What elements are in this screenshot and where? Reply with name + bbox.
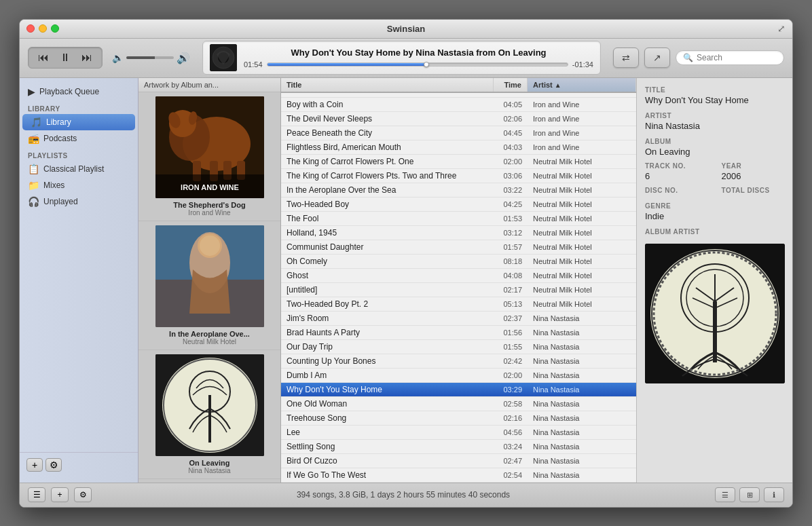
- add-button[interactable]: +: [51, 487, 69, 502]
- sidebar-item-mixes[interactable]: 📁 Mixes: [20, 177, 138, 193]
- album-item-shepherds-dog[interactable]: IRON AND WINE The Shepherd's Dog Iron an…: [139, 92, 280, 221]
- track-row[interactable]: Counting Up Your Bones02:42Nina Nastasia: [281, 354, 636, 369]
- sidebar-item-library[interactable]: 🎵 Library: [22, 114, 135, 130]
- track-row[interactable]: Brad Haunts A Party01:56Nina Nastasia: [281, 326, 636, 340]
- track-row[interactable]: [untitled]02:17Neutral Milk Hotel: [281, 283, 636, 297]
- track-artist: Iron and Wine: [528, 142, 636, 153]
- track-row[interactable]: The King of Carrot Flowers Pt. One02:00N…: [281, 155, 636, 169]
- track-time: 04:05: [494, 99, 528, 110]
- col-header-time[interactable]: Time: [494, 78, 528, 92]
- album-title-shepherds-dog: The Shepherd's Dog: [144, 201, 275, 209]
- info-button[interactable]: ℹ: [764, 487, 784, 502]
- track-row[interactable]: Ghost04:08Neutral Milk Hotel: [281, 269, 636, 283]
- sidebar-item-playback-queue[interactable]: ▶ Playback Queue: [20, 83, 138, 100]
- sidebar-item-playback-queue-label: Playback Queue: [39, 87, 99, 96]
- track-row[interactable]: Settling Song03:24Nina Nastasia: [281, 440, 636, 454]
- album-list: Artwork by Album an...: [139, 78, 281, 483]
- track-row[interactable]: Boy with a Coin04:05Iron and Wine: [281, 98, 636, 112]
- svg-text:IRON AND WINE: IRON AND WINE: [181, 183, 239, 191]
- track-row[interactable]: Lee04:56Nina Nastasia: [281, 426, 636, 440]
- track-name: Bird Of Cuzco: [281, 455, 494, 467]
- track-row[interactable]: One Old Woman02:58Nina Nastasia: [281, 397, 636, 411]
- track-row[interactable]: If We Go To The West02:54Nina Nastasia: [281, 468, 636, 483]
- shuffle-button[interactable]: ⇄: [613, 48, 639, 68]
- track-row[interactable]: Bird Of Cuzco02:47Nina Nastasia: [281, 454, 636, 468]
- list-view-button[interactable]: ☰: [715, 487, 735, 502]
- track-row[interactable]: Dumb I Am02:00Nina Nastasia: [281, 369, 636, 383]
- track-name: Brad Haunts A Party: [281, 326, 494, 339]
- album-item-on-leaving[interactable]: On Leaving Nina Nastasia: [139, 350, 280, 479]
- track-name: Counting Up Your Bones: [281, 355, 494, 367]
- album-item-aeroplane[interactable]: In the Aeroplane Ove... Neutral Milk Hot…: [139, 221, 280, 350]
- detail-genre-value: Indie: [645, 211, 784, 221]
- add-playlist-button[interactable]: +: [26, 458, 43, 472]
- track-time: 02:47: [494, 455, 528, 466]
- minimize-button[interactable]: [39, 24, 47, 33]
- track-row[interactable]: Peace Beneath the City04:45Iron and Wine: [281, 126, 636, 140]
- track-artist: Nina Nastasia: [528, 441, 636, 452]
- track-row[interactable]: The King of Carrot Flowers Pts. Two and …: [281, 169, 636, 183]
- track-name: Oh Comely: [281, 255, 494, 267]
- album-title-on-leaving: On Leaving: [144, 459, 275, 467]
- statusbar-text: 394 songs, 3.8 GiB, 1 days 2 hours 55 mi…: [92, 490, 715, 500]
- album-artist-shepherds-dog: Iron and Wine: [144, 209, 275, 217]
- track-row[interactable]: Communist Daughter01:57Neutral Milk Hote…: [281, 240, 636, 255]
- album-artist-on-leaving: Nina Nastasia: [144, 467, 275, 474]
- detail-track-no-value: 6: [645, 171, 708, 181]
- track-row[interactable]: Holland, 194503:12Neutral Milk Hotel: [281, 226, 636, 240]
- track-row[interactable]: Flightless Bird, American Mouth04:03Iron…: [281, 140, 636, 155]
- sidebar-item-classical-playlist[interactable]: 📋 Classical Playlist: [20, 161, 138, 177]
- col-header-title[interactable]: Title: [281, 78, 494, 92]
- sidebar-item-podcasts[interactable]: 📻 Podcasts: [20, 130, 138, 147]
- track-row[interactable]: In the Aeroplane Over the Sea03:22Neutra…: [281, 183, 636, 198]
- traffic-lights: [26, 24, 59, 33]
- track-artist: Nina Nastasia: [528, 313, 636, 324]
- track-row[interactable]: Treehouse Song02:16Nina Nastasia: [281, 411, 636, 426]
- playlist-options-button[interactable]: ⚙: [45, 458, 62, 472]
- time-elapsed: 01:54: [244, 60, 263, 69]
- track-time: 02:00: [494, 370, 528, 381]
- detail-track-no-label: Track No.: [645, 162, 708, 170]
- settings-button[interactable]: ⚙: [74, 487, 92, 502]
- track-row[interactable]: Why Don't You Stay Home03:29Nina Nastasi…: [281, 383, 636, 397]
- expand-icon[interactable]: ⤢: [777, 23, 786, 34]
- grid-view-button[interactable]: ⊞: [739, 487, 760, 502]
- album-artist-aeroplane: Neutral Milk Hotel: [144, 338, 275, 345]
- close-button[interactable]: [26, 24, 35, 33]
- track-artist: Neutral Milk Hotel: [528, 256, 636, 267]
- track-row[interactable]: The Fool01:53Neutral Milk Hotel: [281, 212, 636, 226]
- progress-bar-area: 01:54 -01:34: [244, 60, 593, 69]
- detail-total-discs-label: Total Discs: [722, 187, 785, 194]
- play-pause-button[interactable]: ⏸: [56, 50, 75, 65]
- track-time: 03:22: [494, 185, 528, 195]
- col-header-artist[interactable]: Artist ▲: [528, 78, 636, 92]
- track-artist: Nina Nastasia: [528, 370, 636, 381]
- track-name: Boy with a Coin: [281, 98, 494, 111]
- track-row[interactable]: Jim's Room02:37Nina Nastasia: [281, 312, 636, 326]
- forward-button[interactable]: ⏭: [77, 50, 96, 65]
- sidebar-item-unplayed[interactable]: 🎧 Unplayed: [20, 193, 138, 210]
- track-row[interactable]: Two-Headed Boy Pt. 205:13Neutral Milk Ho…: [281, 297, 636, 312]
- detail-total-discs-col: Total Discs: [722, 187, 785, 195]
- track-row[interactable]: Two-Headed Boy04:25Neutral Milk Hotel: [281, 198, 636, 212]
- sidebar-item-mixes-label: Mixes: [43, 181, 64, 190]
- track-artist: Nina Nastasia: [528, 455, 636, 466]
- repeat-button[interactable]: ↗: [644, 48, 670, 68]
- sidebar-toggle-button[interactable]: ☰: [28, 487, 45, 502]
- track-row[interactable]: Oh Comely08:18Neutral Milk Hotel: [281, 255, 636, 269]
- detail-artist-value: Nina Nastasia: [645, 121, 784, 131]
- track-row[interactable]: Our Day Trip01:55Nina Nastasia: [281, 340, 636, 354]
- album-artwork-on-leaving: [155, 354, 264, 456]
- track-row[interactable]: The Devil Never Sleeps02:06Iron and Wine: [281, 112, 636, 126]
- statusbar: ☰ + ⚙ 394 songs, 3.8 GiB, 1 days 2 hours…: [20, 483, 792, 507]
- track-time: 05:13: [494, 299, 528, 309]
- track-name: Jim's Room: [281, 312, 494, 324]
- detail-panel: Title Why Don't You Stay Home Artist Nin…: [636, 78, 792, 483]
- progress-track[interactable]: [267, 62, 568, 67]
- detail-year-label: Year: [722, 162, 785, 170]
- maximize-button[interactable]: [51, 24, 59, 33]
- search-input[interactable]: [697, 53, 777, 62]
- volume-slider[interactable]: [126, 56, 174, 59]
- rewind-button[interactable]: ⏮: [34, 50, 53, 65]
- detail-year-value: 2006: [722, 171, 785, 181]
